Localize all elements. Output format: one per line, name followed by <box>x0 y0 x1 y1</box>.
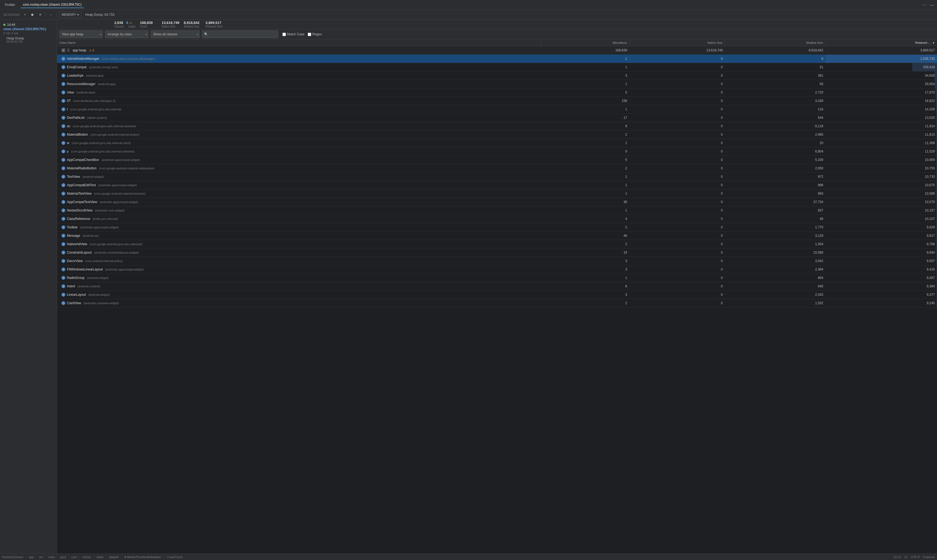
table-row[interactable]: C AppCompatEditText (androidx.appcompat.… <box>57 181 937 189</box>
alloc-23: 19 <box>541 248 629 257</box>
profiler-tab[interactable]: Profiler <box>3 2 17 8</box>
table-row[interactable]: C MaterialButton (com.google.android.mat… <box>57 131 937 139</box>
table-row[interactable]: C View (android.view) 5 0 2,725 17,870 <box>57 88 937 97</box>
match-case-checkbox[interactable] <box>282 32 286 36</box>
record-button[interactable]: ⏺ <box>29 11 36 18</box>
table-row[interactable]: C AdmobNativeManager (com.rockey.clean.c… <box>57 55 937 63</box>
breadcrumb-adapter-class[interactable]: ◈ MediaThumbnailsAdapter <box>124 555 161 558</box>
table-row[interactable]: C NativeAdView (com.google.android.gms.a… <box>57 240 937 248</box>
table-row[interactable]: C ConstraintLayout (androidx.constraintl… <box>57 248 937 257</box>
table-row[interactable]: C LoadedApk (android.app) 3 0 381 34,926 <box>57 71 937 80</box>
alloc-28: 3 <box>541 291 629 299</box>
table-row[interactable]: C TextView (android.widget) 1 0 972 10,7… <box>57 172 937 181</box>
class-name-cell-24: C DecorView (com.android.internal.policy… <box>57 257 541 265</box>
table-row[interactable]: C MaterialRadioButton (com.google.androi… <box>57 164 937 172</box>
session-device-name: clean (Xiaomi 23013RK75C) <box>3 27 54 31</box>
col-allocations[interactable]: Allocations <box>541 39 629 46</box>
retained-20: 9,829 <box>826 223 937 232</box>
class-path-icon: ◈ <box>124 555 127 558</box>
alloc-7: 17 <box>541 114 629 122</box>
memory-dropdown-button[interactable]: MEMORY ▾ <box>59 11 81 18</box>
class-pkg-8: (com.google.android.gms.ads.internal.web… <box>72 125 136 128</box>
match-case-label[interactable]: Match Case <box>282 32 304 36</box>
retained-size-value: 3,869,517 <box>205 21 221 25</box>
group-name-cell: ▸ 🗄 app heap ⚠ 6 <box>57 46 541 55</box>
class-name-13: MaterialRadioButton <box>67 166 97 170</box>
minimize-button[interactable]: — <box>930 3 934 7</box>
arrange-by-class-select[interactable]: Arrange by class <box>105 31 148 38</box>
class-icon-12: C <box>62 158 65 162</box>
table-row[interactable]: C Toolbar (androidx.appcompat.widget) 2 … <box>57 223 937 232</box>
table-row[interactable]: C ClassReference (kotlin.jvm.internal) 4… <box>57 215 937 223</box>
close-session-button[interactable]: ✕ <box>37 11 43 18</box>
class-icon-8: C <box>62 124 65 128</box>
table-row[interactable]: C ResourcesManager (android.app) 1 0 56 … <box>57 80 937 88</box>
regex-checkbox[interactable] <box>308 32 311 36</box>
native-29: 0 <box>629 299 725 308</box>
alloc-1: 1 <box>541 63 629 71</box>
view-app-heap-select[interactable]: View app heap <box>59 31 103 38</box>
breadcrumb-clean[interactable]: clean <box>96 555 103 558</box>
shallow-29: 1,532 <box>725 299 826 308</box>
table-row[interactable]: C AppCompatCheckBox (androidx.appcompat.… <box>57 156 937 164</box>
breadcrumb-rocketycleaner[interactable]: RocketyCleaner <box>2 555 23 558</box>
table-row[interactable]: C t (com.google.android.gms.ads.internal… <box>57 105 937 114</box>
time-display: 21:21 <box>894 555 901 558</box>
breadcrumb-src[interactable]: src <box>39 555 43 558</box>
breadcrumb-java[interactable]: java <box>60 555 66 558</box>
alloc-25: 3 <box>541 265 629 274</box>
breadcrumb-rockey[interactable]: rockey <box>82 555 91 558</box>
class-name-cell-25: C FitWindowsLinearLayout (androidx.appco… <box>57 265 541 274</box>
table-row[interactable]: C EmojiCompat (androidx.emoji2.text) 1 0… <box>57 63 937 71</box>
retained-11: 11,029 <box>826 147 937 156</box>
col-retained-size[interactable]: Retained ... ▼ <box>826 39 937 46</box>
breadcrumb-app[interactable]: app <box>29 555 34 558</box>
shallow-27: 640 <box>725 282 826 291</box>
table-row[interactable]: C DecorView (com.android.internal.policy… <box>57 257 937 265</box>
table-row[interactable]: C MaterialTextView (com.google.android.m… <box>57 189 937 198</box>
show-all-classes-select[interactable]: Show all classes <box>151 31 200 38</box>
col-shallow-size[interactable]: Shallow Size <box>725 39 826 46</box>
table-row[interactable]: C FitWindowsLinearLayout (androidx.appco… <box>57 265 937 274</box>
table-row[interactable]: C CardView (androidx.cardview.widget) 2 … <box>57 299 937 308</box>
table-row[interactable]: C 0T (com.facebook.ads.redexgen.X) 158 0… <box>57 97 937 105</box>
search-icon: 🔍 <box>204 32 208 36</box>
shallow-13: 2,050 <box>725 164 826 172</box>
col-class-name[interactable]: Class Name <box>57 39 541 46</box>
table-row[interactable]: C Intent (android.content) 8 0 640 9,384 <box>57 282 937 291</box>
table-row[interactable]: C ac (com.google.android.gms.ads.interna… <box>57 122 937 131</box>
breadcrumb-main[interactable]: main <box>48 555 55 558</box>
table-row[interactable]: C NestedScrollView (androidx.core.widget… <box>57 206 937 215</box>
retained-24: 9,507 <box>826 257 937 265</box>
class-pkg-14: (android.widget) <box>82 175 104 178</box>
native-23: 0 <box>629 248 725 257</box>
class-name-cell-10: C w (com.google.android.gms.ads.internal… <box>57 139 541 147</box>
class-pkg-21: (android.os) <box>82 234 99 237</box>
breadcrumb-maxcount[interactable]: 𝓥 maxCount <box>167 555 182 558</box>
add-session-button[interactable]: + <box>22 11 28 18</box>
table-row[interactable]: C DexPathList (dalvik.system) 17 0 544 1… <box>57 114 937 122</box>
classes-label: Classes <box>114 25 124 28</box>
table-row[interactable]: C LinearLayout (android.widget) 3 0 2,34… <box>57 291 937 299</box>
table-row[interactable]: C AppCompatTextView (androidx.appcompat.… <box>57 198 937 206</box>
table-row[interactable]: C y (com.google.android.gms.ads.internal… <box>57 147 937 156</box>
bottom-bar: RocketyCleaner › app › src › main › java… <box>0 554 937 560</box>
class-icon-5: C <box>62 99 65 103</box>
native-19: 0 <box>629 215 725 223</box>
breadcrumb-adapter[interactable]: adapter <box>109 555 119 558</box>
table-row[interactable]: C w (com.google.android.gms.ads.internal… <box>57 139 937 147</box>
table-row[interactable]: C RadioGroup (android.widget) 1 0 804 9,… <box>57 274 937 282</box>
back-button[interactable]: ← <box>48 11 54 18</box>
file-tab[interactable]: com.rockey.clean (Xiaomi 23013RK75C) <box>21 2 84 8</box>
col-native-size[interactable]: Native Size <box>629 39 725 46</box>
group-row-app-heap[interactable]: ▸ 🗄 app heap ⚠ 6 168,839 13,618,749 8,81… <box>57 46 937 55</box>
search-input[interactable] <box>202 31 278 38</box>
table-row[interactable]: C Message (android.os) 46 0 3,128 9,817 <box>57 232 937 240</box>
regex-label[interactable]: Regex <box>308 32 322 36</box>
breadcrumb-com[interactable]: com <box>71 555 77 558</box>
more-button[interactable]: ⋯ <box>922 3 927 7</box>
retained-9: 11,813 <box>826 131 937 139</box>
class-pkg-2: (android.app) <box>85 74 104 77</box>
heap-dump-entry[interactable]: Heap Dump 00:00:04.733 <box>0 35 57 44</box>
class-icon-21: C <box>62 234 65 238</box>
